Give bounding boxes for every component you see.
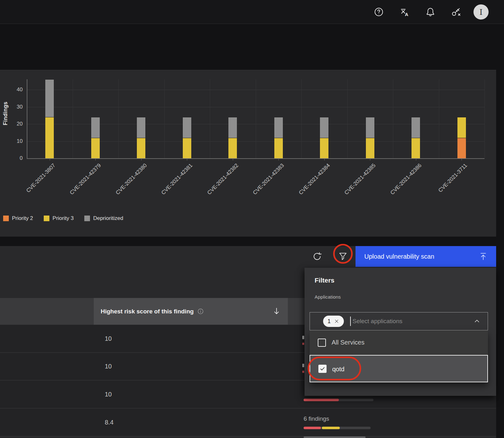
- clipped-findings-text: [302, 336, 304, 339]
- top-nav: A I: [0, 0, 504, 24]
- findings-bar-segment: [304, 399, 339, 401]
- bar-segment-deprioritized: [228, 117, 237, 138]
- legend-swatch: [3, 216, 9, 221]
- avatar-initial: I: [479, 8, 483, 17]
- chart-bar-CVE-2021-42379: [91, 117, 100, 158]
- legend-item[interactable]: Priority 2: [3, 215, 33, 222]
- x-axis-tick: [50, 158, 50, 160]
- bar-segment-deprioritized: [412, 117, 420, 138]
- filters-panel: Filters Applications 1 Select applicatio…: [305, 268, 496, 396]
- chart-bar-CVE-2021-3807: [45, 79, 54, 158]
- y-axis-tick-label: 0: [4, 155, 23, 161]
- bar-segment-priority-3: [183, 138, 191, 158]
- x-axis-tick: [278, 158, 279, 160]
- bar-segment-priority-3: [228, 138, 237, 158]
- bar-segment-priority-3: [91, 138, 100, 158]
- y-axis-tick-label: 10: [4, 138, 23, 144]
- legend-item[interactable]: Priority 3: [44, 215, 74, 222]
- sorted-column-header[interactable]: Highest risk score of this finding: [94, 298, 288, 325]
- x-axis-tick: [187, 158, 187, 160]
- chevron-up-icon[interactable]: [473, 317, 481, 325]
- checkbox-checked-icon[interactable]: [318, 365, 327, 373]
- findings-count-label: 6 findings: [304, 415, 329, 422]
- clear-selection-icon[interactable]: [334, 318, 339, 324]
- refresh-icon: [312, 251, 322, 261]
- bar-segment-priority-3: [457, 117, 466, 138]
- bar-segment-priority-3: [137, 138, 145, 158]
- option-qotd[interactable]: qotd: [310, 355, 488, 382]
- option-label: qotd: [332, 366, 344, 373]
- chart-bar-CVE-2021-42382: [228, 117, 237, 158]
- findings-bar-track: [304, 399, 373, 401]
- findings-bar-track: [304, 427, 371, 429]
- chart-bars: [0, 79, 504, 158]
- risk-score-value: 10: [105, 335, 112, 342]
- x-axis-tick: [233, 158, 233, 160]
- legend-label: Deprioritized: [93, 215, 123, 222]
- chart-bar-CVE-2021-42383: [274, 117, 283, 158]
- applications-multiselect[interactable]: 1 Select applications: [310, 312, 488, 330]
- notifications-icon[interactable]: [423, 4, 438, 20]
- bar-segment-priority-3: [45, 117, 54, 158]
- column-header-label: Highest risk score of this finding: [101, 308, 194, 315]
- upload-vulnerability-scan-button[interactable]: Upload vulnerability scan: [356, 246, 496, 267]
- clipped-findings-text: [302, 364, 304, 367]
- bar-segment-priority-3: [274, 138, 283, 158]
- x-axis-tick: [370, 158, 370, 160]
- applications-options-menu: All Servicesqotd: [310, 330, 488, 382]
- bar-segment-deprioritized: [274, 117, 283, 138]
- language-icon[interactable]: A: [397, 4, 412, 20]
- x-axis-tick: [462, 158, 462, 160]
- bar-segment-deprioritized: [183, 117, 191, 138]
- chart-legend: Priority 2Priority 3Deprioritized: [3, 215, 123, 222]
- app: A I 010203040FindingsCVE-2021-3807CVE-20…: [0, 0, 504, 438]
- option-label: All Services: [332, 339, 364, 346]
- chart-bar-CVE-2021-3711: [457, 117, 466, 158]
- chart-bar-CVE-2021-42381: [183, 117, 191, 158]
- api-key-icon[interactable]: [448, 4, 463, 20]
- applications-label: Applications: [315, 294, 341, 300]
- clipped-findings-bar: [302, 343, 304, 345]
- legend-swatch: [84, 216, 90, 221]
- bar-segment-deprioritized: [137, 117, 145, 138]
- filters-title: Filters: [315, 277, 334, 284]
- legend-swatch: [44, 216, 49, 221]
- risk-score-value: 8.4: [105, 419, 114, 426]
- bar-segment-deprioritized: [320, 117, 328, 138]
- bar-segment-priority-3: [412, 138, 420, 158]
- table-toolbar: Upload vulnerability scan: [0, 246, 496, 267]
- chart-bar-CVE-2021-42385: [366, 117, 374, 158]
- bar-segment-priority-3: [320, 138, 328, 158]
- bar-segment-priority-2: [457, 138, 466, 158]
- chart-bar-CVE-2021-42384: [320, 117, 328, 158]
- upload-icon: [479, 252, 488, 261]
- checkbox-unchecked-icon[interactable]: [318, 339, 326, 347]
- filter-icon: [338, 252, 348, 261]
- findings-bar-segment: [322, 427, 340, 429]
- y-axis-tick-label: 40: [4, 87, 23, 93]
- svg-text:A: A: [405, 12, 408, 17]
- bar-segment-priority-3: [366, 138, 374, 158]
- chart-bar-CVE-2021-42380: [137, 117, 145, 158]
- help-icon[interactable]: [371, 4, 386, 20]
- clipped-findings-bar: [302, 371, 304, 373]
- table-row[interactable]: 8.46 findings: [0, 408, 496, 436]
- selected-count-tag[interactable]: 1: [323, 316, 344, 327]
- text-cursor: [350, 317, 351, 326]
- sort-descending-icon[interactable]: [272, 307, 281, 317]
- legend-label: Priority 3: [53, 215, 74, 222]
- multiselect-placeholder: Select applications: [353, 318, 473, 325]
- risk-score-value: 10: [105, 363, 112, 370]
- filter-button[interactable]: [335, 249, 350, 264]
- legend-label: Priority 2: [12, 215, 33, 222]
- refresh-button[interactable]: [310, 249, 325, 264]
- x-axis-tick: [324, 158, 325, 160]
- avatar[interactable]: I: [473, 4, 489, 20]
- findings-bar-segment: [304, 427, 321, 429]
- info-icon[interactable]: [197, 308, 204, 315]
- bar-segment-deprioritized: [45, 79, 54, 117]
- legend-item[interactable]: Deprioritized: [84, 215, 123, 222]
- risk-score-value: 10: [105, 391, 112, 398]
- option-all-services[interactable]: All Services: [310, 330, 488, 355]
- x-axis-tick: [95, 158, 96, 160]
